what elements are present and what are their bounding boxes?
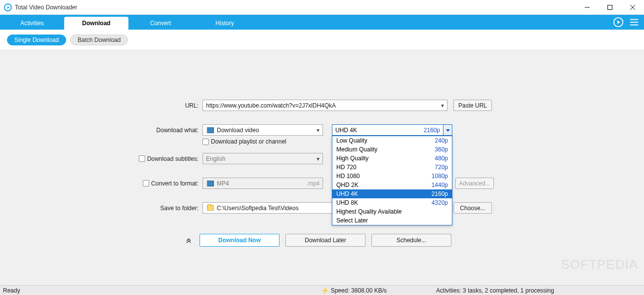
menu-icon[interactable] [628, 16, 640, 28]
watermark: SOFTPEDIA [561, 257, 638, 272]
download-subtitles-label: Download subtitles: [147, 155, 199, 162]
download-what-select[interactable]: Download video ▾ [202, 124, 323, 136]
tab-history[interactable]: History [193, 17, 257, 30]
quality-dropdown-button[interactable] [443, 125, 452, 135]
chevron-down-icon: ▾ [317, 127, 320, 134]
format-select[interactable]: MP4 .mp4 [202, 178, 323, 189]
quality-dropdown[interactable]: Low Quality240pMedium Quality360pHigh Qu… [332, 136, 452, 225]
download-subtitles-checkbox[interactable] [139, 155, 145, 162]
quality-option[interactable]: Highest Quality Available [332, 207, 452, 216]
convert-format-checkbox[interactable] [143, 180, 149, 186]
single-download-button[interactable]: Single Download [7, 35, 66, 45]
close-button[interactable] [621, 0, 644, 15]
quality-option[interactable]: Select Later [332, 216, 452, 225]
batch-download-button[interactable]: Batch Download [70, 35, 128, 45]
schedule-button[interactable]: Schedule... [371, 234, 451, 247]
quality-option[interactable]: HD 720720p [332, 163, 452, 172]
status-ready: Ready [3, 287, 20, 294]
status-speed: Speed: 3808.00 KB/s [331, 287, 387, 294]
film-icon [207, 127, 214, 133]
tab-download[interactable]: Download [64, 17, 128, 30]
subtitles-lang-select[interactable]: English ▾ [202, 153, 323, 164]
chevron-down-icon: ▾ [317, 155, 320, 162]
mode-toolbar: Single Download Batch Download [0, 30, 644, 50]
main-tabs: Activities Download Convert History [0, 15, 644, 30]
statusbar: Ready ⚡ Speed: 3808.00 KB/s Activities: … [0, 285, 644, 295]
paste-url-button[interactable]: Paste URL [453, 100, 492, 111]
quality-option[interactable]: QHD 2K1440p [332, 181, 452, 189]
window-title: Total Video Downloader [15, 4, 576, 11]
quality-selected-label: UHD 4K [332, 127, 424, 134]
download-now-button[interactable]: Download Now [200, 234, 280, 247]
quality-option[interactable]: Low Quality240p [332, 136, 452, 145]
titlebar: Total Video Downloader [0, 0, 644, 15]
url-value: https://www.youtube.com/watch?v=2J7xlDH4… [206, 102, 336, 109]
download-later-button[interactable]: Download Later [285, 234, 365, 247]
svg-marker-5 [617, 20, 620, 24]
quality-option[interactable]: UHD 8K4320p [332, 198, 452, 207]
minimize-button[interactable] [576, 0, 599, 15]
advanced-button[interactable]: Advanced... [455, 178, 494, 189]
status-activities: Activities: 3 tasks, 2 completed, 1 proc… [436, 287, 554, 294]
svg-rect-1 [608, 5, 612, 9]
convert-format-label: Convert to format: [151, 180, 199, 187]
quality-selected-res: 2160p [424, 127, 443, 134]
maximize-button[interactable] [599, 0, 621, 15]
collapse-icon[interactable] [184, 235, 194, 245]
tab-convert[interactable]: Convert [128, 17, 193, 30]
film-icon [207, 181, 214, 186]
url-label: URL: [138, 102, 202, 109]
tab-activities[interactable]: Activities [0, 17, 64, 30]
chevron-down-icon: ▾ [441, 102, 444, 109]
download-what-label: Download what: [138, 127, 202, 134]
play-circle-icon[interactable] [612, 16, 624, 28]
url-field[interactable]: https://www.youtube.com/watch?v=2J7xlDH4… [202, 100, 447, 111]
quality-option[interactable]: High Quality480p [332, 154, 452, 163]
quality-option[interactable]: Medium Quality360p [332, 145, 452, 154]
download-playlist-checkbox[interactable] [202, 139, 209, 145]
quality-option[interactable]: HD 10801080p [332, 172, 452, 181]
download-playlist-label: Download playlist or channel [211, 138, 286, 145]
app-icon [4, 3, 12, 11]
quality-option[interactable]: UHD 4K2160p [332, 189, 452, 198]
content-area: URL: https://www.youtube.com/watch?v=2J7… [0, 50, 644, 285]
quality-select[interactable]: UHD 4K 2160p [332, 124, 452, 136]
save-folder-label: Save to folder: [138, 205, 202, 212]
svg-marker-9 [446, 129, 450, 132]
folder-icon [207, 205, 214, 211]
bolt-icon: ⚡ [322, 287, 329, 294]
choose-folder-button[interactable]: Choose... [453, 202, 492, 214]
